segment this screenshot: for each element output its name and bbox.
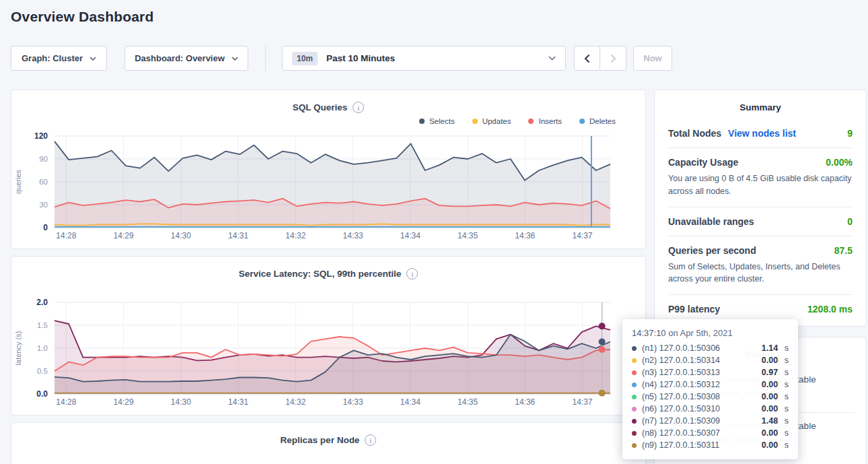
view-nodes-link[interactable]: View nodes list: [728, 128, 796, 139]
legend-dot-icon: [579, 119, 585, 124]
tooltip-node-value: 0.00: [762, 404, 783, 413]
svg-text:14:32: 14:32: [285, 397, 305, 407]
chart-header: Replicas per Nodei: [11, 423, 645, 446]
summary-label: P99 latency: [668, 304, 720, 314]
legend-item[interactable]: Deletes: [579, 117, 616, 125]
tooltip-node-unit: s: [785, 380, 789, 389]
tooltip-node-unit: s: [785, 368, 789, 377]
chevron-left-icon: [584, 54, 590, 63]
tooltip-node-unit: s: [785, 392, 789, 401]
tooltip-node-unit: s: [785, 356, 789, 365]
svg-text:14:29: 14:29: [114, 231, 134, 240]
summary-description: You are using 0 B of 4.5 GiB usable disk…: [668, 172, 853, 198]
chart-legend: SelectsUpdatesInsertsDeletes: [11, 113, 645, 129]
tooltip-node-value: 0.00: [762, 428, 783, 438]
summary-row-top: P99 latency1208.0 ms: [668, 304, 853, 314]
info-icon[interactable]: i: [353, 102, 364, 113]
tooltip-node-unit: s: [785, 428, 789, 438]
chevron-down-icon: [89, 57, 96, 61]
svg-text:14:33: 14:33: [343, 231, 363, 240]
legend-item[interactable]: Selects: [419, 117, 455, 125]
tooltip-node-row: (n1) 127.0.0.1:503061.14s: [632, 342, 789, 354]
summary-label: Total Nodes: [668, 128, 721, 139]
svg-text:14:31: 14:31: [228, 397, 248, 407]
tooltip-node-row: (n8) 127.0.0.1:503070.00s: [632, 427, 789, 439]
svg-text:1.0: 1.0: [37, 344, 48, 352]
legend-dot-icon: [472, 119, 478, 124]
tooltip-node-row: (n2) 127.0.0.1:503140.00s: [632, 354, 789, 366]
tooltip-node-label: (n7) 127.0.0.1:50309: [642, 416, 762, 426]
legend-dot-icon: [528, 119, 534, 124]
legend-item[interactable]: Updates: [472, 117, 511, 125]
svg-text:14:30: 14:30: [171, 397, 191, 407]
graph-dropdown[interactable]: Graph: Cluster: [11, 46, 107, 71]
info-icon[interactable]: i: [406, 268, 418, 279]
summary-label: Unavailable ranges: [668, 216, 754, 227]
chart-canvas[interactable]: 030609012014:2814:2914:3014:3114:3214:33…: [11, 129, 645, 245]
tooltip-node-value: 0.00: [762, 356, 783, 365]
svg-text:14:36: 14:36: [515, 231, 535, 240]
svg-text:0.0: 0.0: [36, 389, 48, 399]
chart-canvas[interactable]: 0.00.51.01.52.014:2814:2914:3014:3114:32…: [11, 296, 645, 411]
svg-text:14:28: 14:28: [56, 231, 76, 240]
tooltip-node-row: (n7) 127.0.0.1:503091.48s: [632, 415, 789, 427]
svg-text:14:35: 14:35: [458, 397, 478, 407]
svg-text:14:34: 14:34: [400, 231, 421, 240]
tooltip-node-label: (n3) 127.0.0.1:50313: [642, 368, 762, 377]
svg-text:14:37: 14:37: [573, 231, 593, 240]
summary-row-top: Capacity Usage0.00%: [668, 157, 853, 168]
summary-label: Queries per second: [668, 245, 756, 256]
svg-text:14:31: 14:31: [228, 231, 248, 240]
tooltip-node-value: 0.00: [762, 440, 783, 450]
svg-text:14:33: 14:33: [343, 397, 363, 407]
legend-label: Inserts: [538, 117, 562, 125]
time-next-button[interactable]: [600, 46, 626, 71]
tooltip-node-value: 1.14: [762, 343, 783, 353]
svg-text:latency (s): latency (s): [14, 331, 22, 366]
info-icon[interactable]: i: [365, 434, 376, 446]
summary-row-top: Queries per second87.5: [668, 245, 853, 256]
svg-text:14:37: 14:37: [573, 397, 593, 407]
time-range-dropdown[interactable]: 10m Past 10 Minutes: [282, 46, 566, 71]
summary-value: 87.5: [834, 245, 853, 256]
time-range-badge: 10m: [292, 52, 318, 65]
tooltip-timestamp: 14:37:10 on Apr 5th, 2021: [632, 327, 789, 342]
svg-text:2.0: 2.0: [36, 298, 48, 307]
tooltip-node-unit: s: [785, 404, 789, 413]
time-prev-button[interactable]: [574, 46, 600, 71]
summary-value: 0.00%: [826, 157, 853, 168]
summary-row: Queries per second87.5Sum of Selects, Up…: [668, 236, 853, 295]
legend-label: Updates: [482, 117, 511, 125]
chevron-down-icon: [231, 57, 238, 61]
now-button[interactable]: Now: [633, 46, 672, 71]
node-color-dot-icon: [632, 358, 637, 363]
tooltip-node-value: 1.48: [762, 416, 783, 426]
chart-title: Service Latency: SQL, 99th percentile: [239, 269, 402, 279]
toolbar-divider: [265, 46, 266, 71]
svg-text:14:34: 14:34: [400, 397, 421, 407]
dashboard-dropdown[interactable]: Dashboard: Overview: [124, 46, 248, 71]
svg-text:90: 90: [39, 155, 48, 163]
tooltip-node-row: (n3) 127.0.0.1:503130.97s: [632, 366, 789, 378]
chevron-right-icon: [610, 54, 616, 63]
chart-header: Service Latency: SQL, 99th percentilei: [11, 257, 645, 279]
svg-text:14:28: 14:28: [56, 397, 76, 407]
summary-row-top: Unavailable ranges0: [668, 216, 853, 227]
summary-panel: Summary Total NodesView nodes list9Capac…: [654, 90, 867, 327]
tooltip-node-row: (n6) 127.0.0.1:503100.00s: [632, 403, 789, 415]
svg-text:0: 0: [43, 223, 48, 232]
svg-text:queries: queries: [14, 169, 22, 194]
svg-text:120: 120: [34, 131, 48, 141]
svg-text:0.5: 0.5: [37, 367, 48, 375]
svg-text:14:32: 14:32: [285, 231, 305, 240]
summary-row: Unavailable ranges0: [668, 207, 853, 236]
sql-queries-chart-card: SQL QueriesiSelectsUpdatesInsertsDeletes…: [11, 90, 646, 249]
legend-item[interactable]: Inserts: [528, 117, 562, 125]
charts-column: SQL QueriesiSelectsUpdatesInsertsDeletes…: [11, 90, 646, 464]
tooltip-node-value: 0.97: [762, 368, 783, 377]
chart-hover-tooltip: 14:37:10 on Apr 5th, 2021 (n1) 127.0.0.1…: [622, 319, 798, 459]
summary-title: Summary: [668, 100, 853, 119]
tooltip-node-label: (n8) 127.0.0.1:50307: [642, 428, 762, 438]
summary-description: Sum of Selects, Updates, Inserts, and De…: [668, 261, 853, 286]
tooltip-node-row: (n5) 127.0.0.1:503080.00s: [632, 391, 789, 403]
